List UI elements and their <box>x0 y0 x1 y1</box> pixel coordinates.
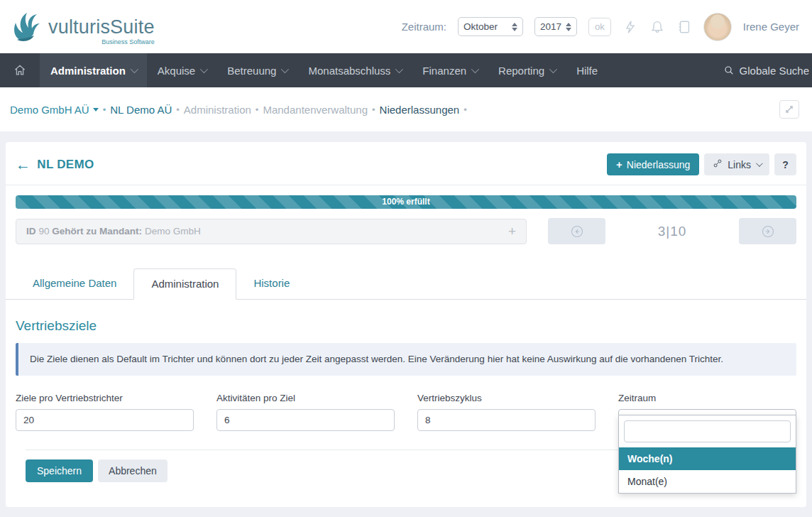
help-button[interactable]: ? <box>774 153 796 175</box>
card-header: ← NL DEMO +Niederlassung Links ? <box>6 142 806 185</box>
dropdown-option-wochen[interactable]: Woche(n) <box>619 447 796 470</box>
field-label: Aktivitäten pro Ziel <box>216 393 395 403</box>
zeitraum-dropdown: Woche(n) Monat(e) <box>618 415 796 494</box>
nav-item-administration[interactable]: Administration <box>40 53 147 87</box>
nav-item-monatsabschluss[interactable]: Monatsabschluss <box>297 53 412 87</box>
tab-bar: Allgemeine Daten Administration Historie <box>6 268 806 300</box>
dropdown-option-monate[interactable]: Monat(e) <box>619 470 796 493</box>
nav-item-finanzen[interactable]: Finanzen <box>412 53 488 87</box>
period-ok-button[interactable]: ok <box>588 18 611 36</box>
period-label: Zeitraum: <box>402 21 446 33</box>
field-label: Ziele pro Vertriebstrichter <box>16 393 194 403</box>
breadcrumb: Demo GmbH AÜ • NL Demo AÜ • Administrati… <box>10 104 467 116</box>
breadcrumb-separator: • <box>372 104 375 115</box>
period-year-value: 2017 <box>540 21 561 32</box>
chevron-down-icon <box>281 65 289 73</box>
dropdown-search-input[interactable] <box>624 420 791 442</box>
activity-lightning-icon[interactable] <box>622 19 638 35</box>
tab-allgemeine-daten[interactable]: Allgemeine Daten <box>16 268 133 300</box>
plus-icon[interactable]: + <box>508 224 516 239</box>
info-box: Die Ziele dienen als Default im Trichter… <box>16 343 796 376</box>
breadcrumb-niederlassungen[interactable]: Niederlassungen <box>380 104 460 116</box>
page-title: ← NL DEMO <box>16 157 94 172</box>
chevron-down-icon <box>131 65 138 73</box>
chevron-down-icon <box>395 65 403 73</box>
tab-historie[interactable]: Historie <box>236 268 307 300</box>
caret-down-icon <box>93 108 99 111</box>
aktivitaeten-pro-ziel-input[interactable] <box>216 409 395 431</box>
stepper-icon <box>512 23 517 31</box>
cancel-button[interactable]: Abbrechen <box>98 459 168 482</box>
field-vertriebszyklus: Vertriebszyklus <box>417 393 596 431</box>
chevron-down-icon <box>756 160 763 167</box>
global-search-label: Globale Suche <box>740 65 809 77</box>
field-aktivitaeten-pro-ziel: Aktivitäten pro Ziel <box>216 393 395 431</box>
back-arrow-icon[interactable]: ← <box>16 157 31 172</box>
nav-label: Hilfe <box>576 65 598 77</box>
search-icon <box>723 65 735 76</box>
content-card: ← NL DEMO +Niederlassung Links ? 100% er… <box>6 142 806 507</box>
record-row: ID 90 Gehört zu Mandant: Demo GmbH + 3|1… <box>16 218 796 244</box>
chevron-down-icon <box>471 65 479 73</box>
progress-section: 100% erfüllt <box>16 195 796 209</box>
vertriebsziele-section: Vertriebsziele Die Ziele dienen als Defa… <box>6 318 806 482</box>
breadcrumb-nl-demo[interactable]: NL Demo AÜ <box>110 104 172 116</box>
top-header: vulturisSuite Business Software Zeitraum… <box>0 0 812 53</box>
stepper-icon <box>566 23 571 31</box>
next-record-button[interactable] <box>739 218 796 244</box>
address-book-icon[interactable] <box>676 19 692 35</box>
field-label: Vertriebszyklus <box>417 393 596 403</box>
page-title-text: NL DEMO <box>37 158 94 172</box>
breadcrumb-separator: • <box>176 104 180 115</box>
ziele-pro-vertriebstrichter-input[interactable] <box>16 409 194 431</box>
user-name[interactable]: Irene Geyer <box>743 21 799 33</box>
nav-label: Betreuung <box>227 65 276 77</box>
record-id-value: 90 <box>39 226 50 236</box>
nav-item-akquise[interactable]: Akquise <box>147 53 216 87</box>
nav-label: Reporting <box>498 65 544 77</box>
previous-record-button[interactable] <box>548 218 605 244</box>
nav-label: Finanzen <box>422 65 466 77</box>
period-month-value: Oktober <box>463 21 498 32</box>
user-avatar[interactable] <box>703 13 732 41</box>
arrow-left-circle-icon <box>570 224 584 239</box>
nav-label: Administration <box>50 65 126 77</box>
nav-item-betreuung[interactable]: Betreuung <box>216 53 297 87</box>
nav-item-hilfe[interactable]: Hilfe <box>566 53 608 87</box>
nav-label: Akquise <box>158 65 195 77</box>
field-label: Zeitraum <box>618 393 796 403</box>
field-ziele-pro-vertriebstrichter: Ziele pro Vertriebstrichter <box>16 393 194 431</box>
chevron-down-icon <box>200 65 208 73</box>
brand-name: vulturisSuite <box>48 18 155 37</box>
breadcrumb-company[interactable]: Demo GmbH AÜ <box>10 104 99 116</box>
breadcrumb-separator: • <box>463 104 467 115</box>
notifications-bell-icon[interactable] <box>649 19 665 35</box>
app-logo[interactable]: vulturisSuite Business Software <box>10 9 155 45</box>
breadcrumb-separator: • <box>103 104 106 115</box>
expand-fullscreen-button[interactable] <box>779 100 799 119</box>
period-year-select[interactable]: 2017 <box>534 17 577 36</box>
nav-label: Monatsabschluss <box>308 65 390 77</box>
breadcrumb-administration[interactable]: Administration <box>184 104 251 116</box>
record-id-box: ID 90 Gehört zu Mandant: Demo GmbH + <box>16 219 527 244</box>
breadcrumb-separator: • <box>256 104 259 115</box>
page-background: ← NL DEMO +Niederlassung Links ? 100% er… <box>0 131 812 517</box>
record-belongs-label: Gehört zu Mandant: <box>52 226 142 236</box>
chevron-down-icon <box>549 65 557 73</box>
save-button[interactable]: Speichern <box>26 459 93 482</box>
vertriebszyklus-input[interactable] <box>417 409 596 431</box>
add-niederlassung-button[interactable]: +Niederlassung <box>607 153 699 175</box>
arrow-right-circle-icon <box>761 224 775 239</box>
expand-icon <box>785 105 794 114</box>
record-mandant-value: Demo GmbH <box>145 226 201 236</box>
form-fields: Ziele pro Vertriebstrichter Aktivitäten … <box>16 393 796 431</box>
period-month-select[interactable]: Oktober <box>458 17 523 36</box>
home-icon[interactable] <box>0 53 40 87</box>
links-dropdown-button[interactable]: Links <box>704 153 769 175</box>
global-search[interactable]: Globale Suche <box>723 53 812 87</box>
chain-link-icon <box>713 158 723 170</box>
breadcrumb-mandantenverwaltung[interactable]: Mandantenverwaltung <box>263 104 368 116</box>
tab-administration[interactable]: Administration <box>133 268 236 300</box>
nav-item-reporting[interactable]: Reporting <box>488 53 566 87</box>
brand-tagline: Business Software <box>102 38 155 45</box>
